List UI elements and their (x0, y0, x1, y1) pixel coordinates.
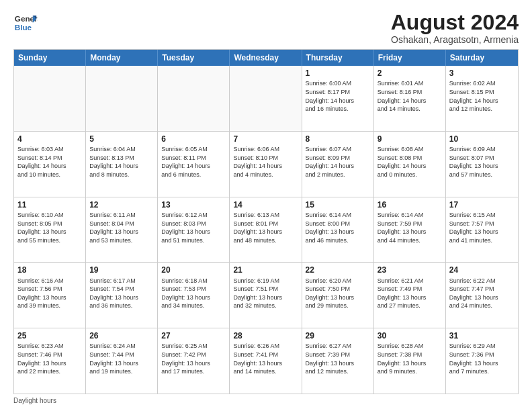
day-number: 22 (306, 265, 370, 275)
day-cell-31: 31Sunrise: 6:29 AM Sunset: 7:36 PM Dayli… (446, 328, 518, 394)
day-number: 9 (378, 134, 442, 144)
day-number: 4 (17, 134, 82, 144)
day-cell-12: 12Sunrise: 6:11 AM Sunset: 8:04 PM Dayli… (86, 197, 158, 263)
day-number: 3 (449, 68, 515, 79)
day-cell-19: 19Sunrise: 6:17 AM Sunset: 7:54 PM Dayli… (86, 263, 158, 328)
cell-info: Sunrise: 6:25 AM Sunset: 7:42 PM Dayligh… (161, 342, 226, 375)
calendar-header: SundayMondayTuesdayWednesdayThursdayFrid… (14, 50, 518, 66)
cell-info: Sunrise: 6:23 AM Sunset: 7:46 PM Dayligh… (17, 342, 82, 375)
day-cell-18: 18Sunrise: 6:16 AM Sunset: 7:56 PM Dayli… (14, 263, 86, 328)
location-subtitle: Oshakan, Aragatsotn, Armenia (391, 34, 519, 45)
calendar-body: 1Sunrise: 6:00 AM Sunset: 8:17 PM Daylig… (14, 66, 518, 394)
cell-info: Sunrise: 6:14 AM Sunset: 7:59 PM Dayligh… (378, 211, 442, 244)
day-cell-29: 29Sunrise: 6:27 AM Sunset: 7:39 PM Dayli… (302, 328, 374, 394)
cell-info: Sunrise: 6:09 AM Sunset: 8:07 PM Dayligh… (449, 145, 515, 179)
cell-info: Sunrise: 6:04 AM Sunset: 8:13 PM Dayligh… (89, 145, 154, 179)
calendar-week-4: 18Sunrise: 6:16 AM Sunset: 7:56 PM Dayli… (14, 262, 518, 328)
day-cell-9: 9Sunrise: 6:08 AM Sunset: 8:08 PM Daylig… (374, 132, 446, 197)
day-header-tuesday: Tuesday (158, 50, 230, 66)
day-cell-26: 26Sunrise: 6:24 AM Sunset: 7:44 PM Dayli… (86, 328, 158, 394)
day-cell-1: 1Sunrise: 6:00 AM Sunset: 8:17 PM Daylig… (302, 66, 374, 131)
cell-info: Sunrise: 6:03 AM Sunset: 8:14 PM Dayligh… (17, 145, 82, 179)
cell-info: Sunrise: 6:15 AM Sunset: 7:57 PM Dayligh… (449, 211, 515, 244)
day-cell-27: 27Sunrise: 6:25 AM Sunset: 7:42 PM Dayli… (158, 328, 230, 394)
svg-text:Blue: Blue (15, 23, 32, 32)
day-number: 2 (378, 68, 442, 79)
day-number: 5 (89, 134, 154, 144)
day-cell-5: 5Sunrise: 6:04 AM Sunset: 8:13 PM Daylig… (86, 132, 158, 197)
day-cell-17: 17Sunrise: 6:15 AM Sunset: 7:57 PM Dayli… (446, 197, 518, 263)
calendar: SundayMondayTuesdayWednesdayThursdayFrid… (13, 49, 519, 394)
header: General Blue August 2024 Oshakan, Aragat… (13, 11, 519, 45)
day-cell-4: 4Sunrise: 6:03 AM Sunset: 8:14 PM Daylig… (14, 132, 86, 197)
daylight-label: Daylight hours (13, 397, 56, 404)
calendar-week-3: 11Sunrise: 6:10 AM Sunset: 8:05 PM Dayli… (14, 197, 518, 263)
day-header-friday: Friday (374, 50, 446, 66)
day-number: 14 (233, 199, 298, 210)
day-cell-21: 21Sunrise: 6:19 AM Sunset: 7:51 PM Dayli… (230, 263, 302, 328)
day-cell-22: 22Sunrise: 6:20 AM Sunset: 7:50 PM Dayli… (302, 263, 374, 328)
cell-info: Sunrise: 6:21 AM Sunset: 7:49 PM Dayligh… (378, 277, 442, 310)
day-cell-24: 24Sunrise: 6:22 AM Sunset: 7:47 PM Dayli… (446, 263, 518, 328)
day-cell-20: 20Sunrise: 6:18 AM Sunset: 7:53 PM Dayli… (158, 263, 230, 328)
day-cell-23: 23Sunrise: 6:21 AM Sunset: 7:49 PM Dayli… (374, 263, 446, 328)
month-year-title: August 2024 (391, 11, 519, 34)
cell-info: Sunrise: 6:05 AM Sunset: 8:11 PM Dayligh… (161, 145, 226, 179)
day-cell-16: 16Sunrise: 6:14 AM Sunset: 7:59 PM Dayli… (374, 197, 446, 263)
day-cell-2: 2Sunrise: 6:01 AM Sunset: 8:16 PM Daylig… (374, 66, 446, 131)
cell-info: Sunrise: 6:27 AM Sunset: 7:39 PM Dayligh… (306, 342, 370, 375)
cell-info: Sunrise: 6:17 AM Sunset: 7:54 PM Dayligh… (89, 277, 154, 310)
calendar-week-5: 25Sunrise: 6:23 AM Sunset: 7:46 PM Dayli… (14, 328, 518, 394)
cell-info: Sunrise: 6:24 AM Sunset: 7:44 PM Dayligh… (89, 342, 154, 375)
cell-info: Sunrise: 6:16 AM Sunset: 7:56 PM Dayligh… (17, 277, 82, 310)
cell-info: Sunrise: 6:20 AM Sunset: 7:50 PM Dayligh… (306, 277, 370, 310)
cell-info: Sunrise: 6:06 AM Sunset: 8:10 PM Dayligh… (233, 145, 298, 179)
footer-note: Daylight hours (13, 397, 519, 404)
day-cell-25: 25Sunrise: 6:23 AM Sunset: 7:46 PM Dayli… (14, 328, 86, 394)
page: General Blue August 2024 Oshakan, Aragat… (0, 0, 532, 411)
cell-info: Sunrise: 6:13 AM Sunset: 8:01 PM Dayligh… (233, 211, 298, 244)
day-number: 15 (306, 199, 370, 210)
day-number: 20 (161, 265, 226, 275)
cell-info: Sunrise: 6:29 AM Sunset: 7:36 PM Dayligh… (449, 342, 515, 375)
day-number: 18 (17, 265, 82, 275)
day-number: 29 (306, 330, 370, 341)
day-cell-15: 15Sunrise: 6:14 AM Sunset: 8:00 PM Dayli… (302, 197, 374, 263)
day-number: 27 (161, 330, 226, 341)
day-number: 25 (17, 330, 82, 341)
day-number: 8 (306, 134, 370, 144)
day-number: 30 (378, 330, 442, 341)
cell-info: Sunrise: 6:02 AM Sunset: 8:15 PM Dayligh… (449, 79, 515, 113)
cell-info: Sunrise: 6:10 AM Sunset: 8:05 PM Dayligh… (17, 211, 82, 244)
day-header-thursday: Thursday (302, 50, 374, 66)
day-number: 7 (233, 134, 298, 144)
day-header-sunday: Sunday (14, 50, 86, 66)
empty-cell (158, 66, 230, 131)
day-number: 11 (17, 199, 82, 210)
title-block: August 2024 Oshakan, Aragatsotn, Armenia (391, 11, 519, 45)
calendar-week-1: 1Sunrise: 6:00 AM Sunset: 8:17 PM Daylig… (14, 66, 518, 131)
cell-info: Sunrise: 6:12 AM Sunset: 8:03 PM Dayligh… (161, 211, 226, 244)
empty-cell (14, 66, 86, 131)
cell-info: Sunrise: 6:08 AM Sunset: 8:08 PM Dayligh… (378, 145, 442, 179)
cell-info: Sunrise: 6:01 AM Sunset: 8:16 PM Dayligh… (378, 79, 442, 113)
day-cell-14: 14Sunrise: 6:13 AM Sunset: 8:01 PM Dayli… (230, 197, 302, 263)
cell-info: Sunrise: 6:00 AM Sunset: 8:17 PM Dayligh… (306, 79, 370, 113)
cell-info: Sunrise: 6:19 AM Sunset: 7:51 PM Dayligh… (233, 277, 298, 310)
cell-info: Sunrise: 6:18 AM Sunset: 7:53 PM Dayligh… (161, 277, 226, 310)
empty-cell (230, 66, 302, 131)
day-number: 21 (233, 265, 298, 275)
day-header-monday: Monday (86, 50, 158, 66)
day-number: 24 (449, 265, 515, 275)
day-number: 1 (306, 68, 370, 79)
day-header-saturday: Saturday (446, 50, 518, 66)
day-number: 31 (449, 330, 515, 341)
day-number: 6 (161, 134, 226, 144)
day-number: 26 (89, 330, 154, 341)
day-header-wednesday: Wednesday (230, 50, 302, 66)
day-cell-3: 3Sunrise: 6:02 AM Sunset: 8:15 PM Daylig… (446, 66, 518, 131)
calendar-week-2: 4Sunrise: 6:03 AM Sunset: 8:14 PM Daylig… (14, 131, 518, 197)
day-cell-8: 8Sunrise: 6:07 AM Sunset: 8:09 PM Daylig… (302, 132, 374, 197)
cell-info: Sunrise: 6:22 AM Sunset: 7:47 PM Dayligh… (449, 277, 515, 310)
day-cell-6: 6Sunrise: 6:05 AM Sunset: 8:11 PM Daylig… (158, 132, 230, 197)
